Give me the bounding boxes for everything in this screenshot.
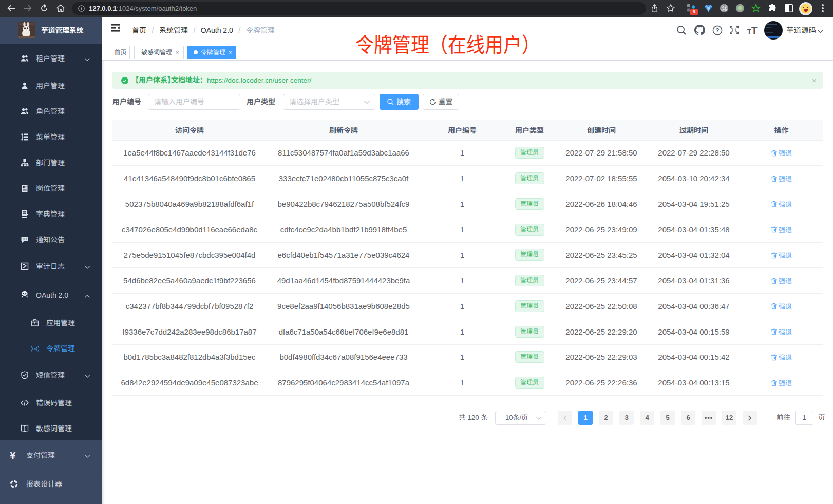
svg-text:?: ? [715,27,719,33]
svg-text:T: T [751,25,758,35]
svg-text:a: a [34,347,36,351]
svg-text:T: T [747,28,751,35]
